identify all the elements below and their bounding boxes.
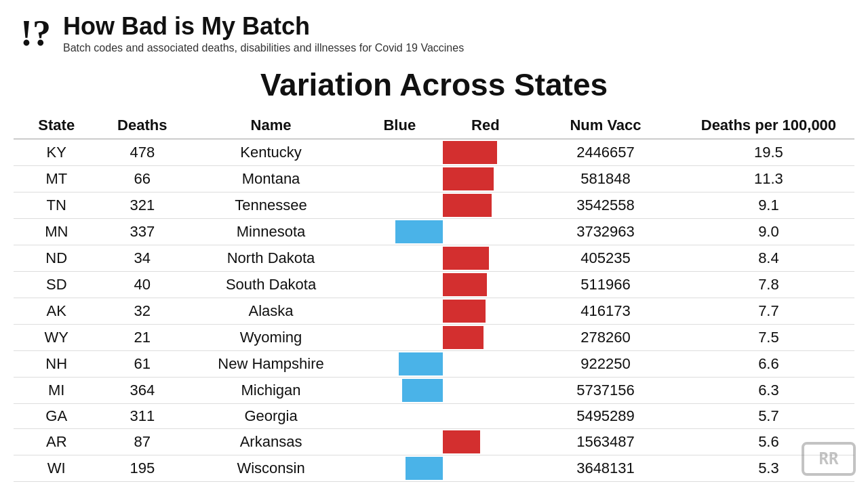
col-header-numvacc: Num Vacc [528,113,683,139]
table-row: NH61New Hampshire9222506.6 [14,351,854,378]
cell-name: Wisconsin [185,455,357,482]
red-bar [443,141,497,164]
exclaim-icon: !? [20,15,51,52]
cell-numvacc: 3648131 [528,455,683,482]
cell-blue-bar [357,325,443,351]
blue-bar [395,220,443,243]
logo-icon: !? [20,15,51,52]
cell-blue-bar [357,139,443,166]
cell-deathper: 19.5 [683,139,854,166]
table-header-row: State Deaths Name Blue Red Num Vacc Deat… [14,113,854,139]
cell-deaths: 40 [100,272,186,298]
cell-deaths: 311 [100,404,186,429]
cell-name: South Dakota [185,272,357,298]
app-subtitle: Batch codes and associated deaths, disab… [63,42,464,54]
header-text: How Bad is My Batch Batch codes and asso… [63,12,464,54]
cell-deathper: 7.5 [683,325,854,351]
cell-numvacc: 511966 [528,272,683,298]
cell-numvacc: 922250 [528,351,683,378]
table-row: WY21Wyoming2782607.5 [14,325,854,351]
cell-state: NH [14,351,100,378]
cell-blue-bar [357,378,443,404]
cell-deaths: 364 [100,378,186,404]
cell-blue-bar [357,404,443,429]
cell-state: MI [14,378,100,404]
table-row: MT66Montana58184811.3 [14,166,854,192]
cell-blue-bar [357,272,443,298]
table-row: TN321Tennessee35425589.1 [14,192,854,219]
cell-deaths: 87 [100,429,186,455]
red-bar [443,167,494,190]
red-bar [443,273,487,296]
table-row: KY478Kentucky244665719.5 [14,139,854,166]
cell-deaths: 34 [100,245,186,272]
table-row: WI195Wisconsin36481315.3 [14,455,854,482]
cell-deaths: 66 [100,166,186,192]
cell-deathper: 8.4 [683,245,854,272]
cell-name: Minnesota [185,219,357,245]
cell-deaths: 195 [100,455,186,482]
cell-deathper: 7.8 [683,272,854,298]
blue-bar [402,379,443,402]
cell-name: New Hampshire [185,351,357,378]
cell-deathper: 5.7 [683,404,854,429]
cell-red-bar [443,298,529,325]
cell-numvacc: 2446657 [528,139,683,166]
cell-numvacc: 5495289 [528,404,683,429]
cell-blue-bar [357,298,443,325]
cell-red-bar [443,404,529,429]
cell-red-bar [443,455,529,482]
header: !? How Bad is My Batch Batch codes and a… [0,0,868,61]
cell-red-bar [443,166,529,192]
red-bar [443,194,492,217]
cell-deaths: 478 [100,139,186,166]
cell-blue-bar [357,192,443,219]
cell-numvacc: 5737156 [528,378,683,404]
cell-state: ND [14,245,100,272]
cell-numvacc: 1563487 [528,429,683,455]
cell-numvacc: 416173 [528,298,683,325]
cell-red-bar [443,192,529,219]
table-container: State Deaths Name Blue Red Num Vacc Deat… [0,113,868,482]
page-title: Variation Across States [0,66,868,103]
col-header-name: Name [185,113,357,139]
cell-red-bar [443,351,529,378]
watermark: RR [802,442,856,476]
cell-blue-bar [357,245,443,272]
cell-state: TN [14,192,100,219]
cell-red-bar [443,245,529,272]
cell-name: Wyoming [185,325,357,351]
cell-deathper: 7.7 [683,298,854,325]
cell-blue-bar [357,429,443,455]
cell-red-bar [443,429,529,455]
cell-state: GA [14,404,100,429]
cell-state: KY [14,139,100,166]
cell-deaths: 21 [100,325,186,351]
blue-bar [406,457,443,480]
col-header-deathper: Deaths per 100,000 [683,113,854,139]
cell-name: Kentucky [185,139,357,166]
cell-state: SD [14,272,100,298]
cell-state: WY [14,325,100,351]
cell-deaths: 61 [100,351,186,378]
cell-deaths: 337 [100,219,186,245]
table-row: MI364Michigan57371566.3 [14,378,854,404]
table-row: AK32Alaska4161737.7 [14,298,854,325]
cell-blue-bar [357,351,443,378]
table-row: GA311Georgia54952895.7 [14,404,854,429]
table-row: AR87Arkansas15634875.6 [14,429,854,455]
cell-deaths: 321 [100,192,186,219]
cell-name: Tennessee [185,192,357,219]
watermark-logo: RR [802,442,856,476]
cell-deaths: 32 [100,298,186,325]
cell-name: North Dakota [185,245,357,272]
blue-bar [399,352,443,375]
cell-state: MN [14,219,100,245]
cell-numvacc: 3542558 [528,192,683,219]
cell-deathper: 9.0 [683,219,854,245]
red-bar [443,300,486,323]
col-header-state: State [14,113,100,139]
cell-numvacc: 405235 [528,245,683,272]
table-row: ND34North Dakota4052358.4 [14,245,854,272]
cell-name: Montana [185,166,357,192]
